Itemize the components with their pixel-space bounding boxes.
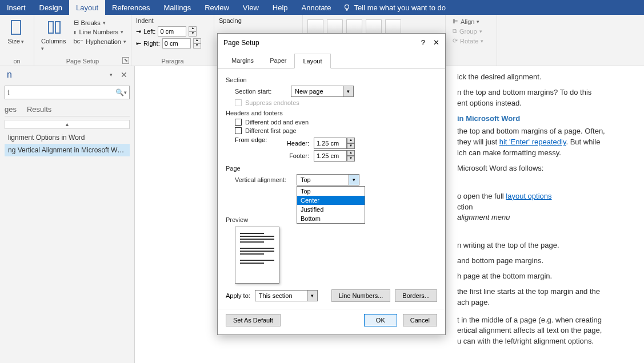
suppress-label: Suppress endnotes (245, 99, 299, 106)
doc-text: they will just (457, 138, 499, 146)
borders-button[interactable]: Borders... (395, 289, 437, 302)
align-icon: ⊫ (453, 18, 458, 25)
spin-up[interactable]: ▲ (347, 138, 355, 143)
dlg-tab-margins[interactable]: Margins (223, 54, 262, 68)
va-option-top[interactable]: Top (297, 187, 365, 196)
indent-left-up[interactable]: ▲ (189, 26, 197, 31)
indent-title: Indent (136, 17, 209, 24)
va-option-justified[interactable]: Justified (297, 205, 365, 214)
doc-heading: in Microsoft Word (457, 114, 633, 124)
svg-rect-3 (55, 22, 60, 33)
doc-text: u can with the left/right alignment opti… (457, 337, 594, 345)
breaks-button[interactable]: ⊟Breaks ▾ (74, 18, 126, 27)
va-option-bottom[interactable]: Bottom (297, 214, 365, 223)
va-label: Vertical alignment: (235, 176, 292, 183)
va-dropdown-list: Top Center Justified Bottom (297, 186, 365, 224)
tab-annotate[interactable]: Annotate (295, 0, 338, 15)
nav-heading-item-selected[interactable]: ng Vertical Alignment in Microsoft Word (5, 144, 130, 156)
dialog-close-button[interactable]: ✕ (433, 38, 439, 47)
tab-mailings[interactable]: Mailings (157, 0, 198, 15)
page-setup-dialog: Page Setup ? ✕ Margins Paper Layout Sect… (217, 33, 446, 335)
breaks-icon: ⊟ (74, 19, 79, 26)
group-obj-button[interactable]: ⧉Group ▾ (450, 27, 492, 35)
tab-view[interactable]: View (236, 0, 266, 15)
columns-icon (45, 18, 63, 37)
columns-label: Columns (41, 38, 66, 45)
first-page-checkbox[interactable]: Different first page (235, 127, 437, 134)
chevron-down-icon[interactable]: ▾ (307, 291, 317, 301)
doc-text: ction (457, 203, 473, 211)
dlg-tab-layout[interactable]: Layout (294, 54, 330, 68)
nav-search-box[interactable]: 🔍 ▾ (5, 86, 130, 99)
applyto-select[interactable]: This section ▾ (255, 290, 318, 301)
chevron-down-icon[interactable]: ▾ (349, 175, 359, 185)
line-numbers-button[interactable]: ⫾Line Numbers ▾ (74, 28, 126, 36)
tab-review[interactable]: Review (198, 0, 236, 15)
nav-collapse-button[interactable]: ▲ (5, 120, 130, 129)
hyphenation-button[interactable]: bc⁻Hyphenation ▾ (74, 37, 126, 46)
dialog-title: Page Setup (223, 39, 259, 47)
columns-button[interactable]: Columns ▾ (39, 17, 70, 53)
nav-tab-results[interactable]: Results (27, 105, 51, 114)
spin-up[interactable]: ▲ (347, 150, 355, 156)
spin-down[interactable]: ▼ (347, 156, 355, 162)
nav-tabs: ges Results (5, 105, 130, 116)
indent-right-up[interactable]: ▲ (193, 38, 201, 43)
group-indent: Indent ⇥ Left: ▲▼ ⇤ Right: ▲▼ Paragra (131, 15, 214, 66)
footer-value[interactable] (314, 150, 347, 162)
indent-right-down[interactable]: ▼ (193, 43, 201, 49)
header-value[interactable] (314, 138, 347, 149)
dialog-help-button[interactable]: ? (421, 38, 425, 47)
align-button[interactable]: ⊫Align ▾ (450, 17, 492, 26)
indent-left-down[interactable]: ▼ (189, 31, 197, 37)
odd-even-checkbox[interactable]: Different odd and even (235, 119, 437, 126)
tab-layout[interactable]: Layout (69, 0, 105, 15)
hyphen-icon: bc⁻ (74, 38, 84, 45)
page-title: Page (226, 165, 437, 172)
doc-link[interactable]: hit 'Enter' repeatedly (499, 138, 566, 146)
ok-button[interactable]: OK (364, 314, 397, 326)
doc-link[interactable]: layout options (506, 192, 551, 200)
doc-text: . But while (566, 138, 600, 146)
doc-text: Microsoft Word as follows: (457, 163, 633, 174)
nav-title: n (7, 70, 12, 80)
footer-input[interactable]: ▲▼ (314, 150, 355, 162)
pagesetup-launcher[interactable]: ⬊ (122, 57, 129, 64)
tab-insert[interactable]: Insert (0, 0, 33, 15)
va-option-center[interactable]: Center (297, 196, 365, 205)
tab-design[interactable]: Design (33, 0, 69, 15)
set-default-button[interactable]: Set As Default (226, 314, 281, 326)
doc-text: and bottom page margins. (457, 256, 633, 267)
group-pagesetup: Columns ▾ ⊟Breaks ▾ ⫾Line Numbers ▾ bc⁻H… (34, 15, 131, 66)
indent-left-input[interactable] (158, 26, 186, 37)
chevron-down-icon[interactable]: ▾ (343, 86, 353, 96)
odd-even-label: Different odd and even (245, 119, 309, 126)
search-icon[interactable]: 🔍 (115, 88, 124, 96)
size-button[interactable]: Size ▾ (5, 17, 27, 46)
tab-references[interactable]: References (105, 0, 157, 15)
nav-heading-item[interactable]: lignment Options in Word (5, 131, 130, 144)
spin-down[interactable]: ▼ (347, 143, 355, 149)
checkbox-icon (235, 127, 242, 134)
nav-menu-arrow[interactable]: ▾ (110, 72, 113, 78)
vertical-alignment-select[interactable]: Top ▾ Top Center Justified Bottom (297, 174, 359, 185)
nav-close-button[interactable]: ✕ (121, 70, 127, 79)
nav-tab-pages[interactable]: ges (5, 105, 17, 114)
rotate-button[interactable]: ⟳Rotate ▾ (450, 37, 492, 45)
svg-point-0 (345, 5, 349, 9)
search-arrow[interactable]: ▾ (124, 90, 127, 95)
section-start-select[interactable]: New page ▾ (291, 86, 354, 97)
tab-help[interactable]: Help (266, 0, 295, 15)
cancel-button[interactable]: Cancel (403, 314, 437, 326)
header-input[interactable]: ▲▼ (314, 138, 355, 149)
navigation-pane: n ▾ ✕ 🔍 ▾ ges Results ▲ lignment Options… (0, 66, 135, 363)
dlg-tab-paper[interactable]: Paper (262, 54, 294, 68)
nav-search-input[interactable] (7, 88, 115, 96)
tell-me-search[interactable]: Tell me what you want to do (343, 3, 446, 12)
line-numbers-button[interactable]: Line Numbers... (331, 289, 391, 302)
svg-rect-1 (11, 21, 21, 34)
linenum-icon: ⫾ (74, 29, 77, 35)
checkbox-icon (235, 99, 242, 106)
indent-right-input[interactable] (162, 38, 191, 49)
lightbulb-icon (343, 3, 351, 11)
